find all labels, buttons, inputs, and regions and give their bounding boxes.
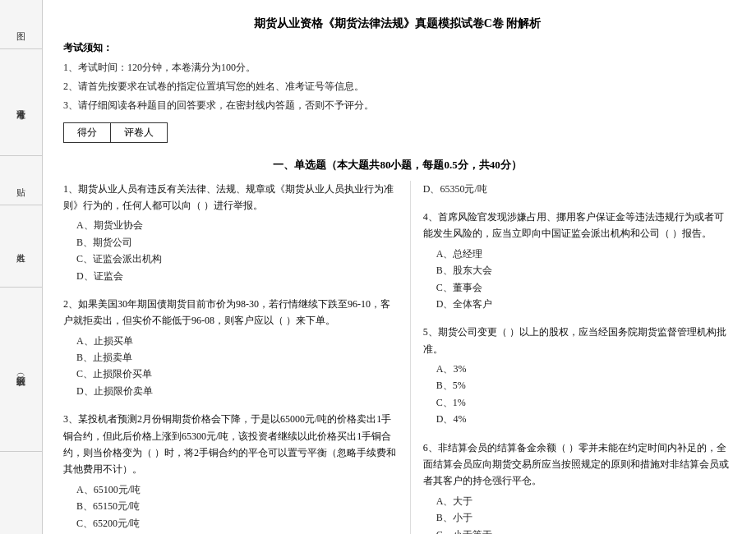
question-2-options: A、止损买单 B、止损卖单 C、止损限价买单 D、止损限价卖单 xyxy=(76,333,398,400)
q2-option-b: B、止损卖单 xyxy=(76,349,398,366)
main-content: 期货从业资格《期货法律法规》真题模拟试卷C卷 附解析 考试须知： 1、考试时间：… xyxy=(43,0,756,534)
q3-option-d: D、65350元/吨 xyxy=(423,181,731,197)
question-2-text: 2、如果美国30年期国债期货目前市价为98-30，若行情继续下跌至96-10，客… xyxy=(63,296,398,329)
q6-option-a: A、大于 xyxy=(436,493,731,509)
q5-option-b: B、5% xyxy=(436,377,731,394)
notice-item-2: 2、请首先按要求在试卷的指定位置填写您的姓名、准考证号等信息。 xyxy=(63,79,731,94)
q3-option-d-block: D、65350元/吨 xyxy=(423,181,731,197)
sidebar: 图 准考证号 贴 姓名 级别（班区） xyxy=(0,0,43,534)
q5-option-a: A、3% xyxy=(436,361,731,377)
question-4-options: A、总经理 B、股东大会 C、董事会 D、全体客户 xyxy=(436,246,731,313)
question-2: 2、如果美国30年期国债期货目前市价为98-30，若行情继续下跌至96-10，客… xyxy=(63,296,398,399)
q6-option-b: B、小于 xyxy=(436,509,731,526)
q1-option-d: D、证监会 xyxy=(76,268,398,284)
sidebar-section-icon: 图 xyxy=(0,0,42,49)
question-3: 3、某投机者预测2月份铜期货价格会下降，于是以65000元/吨的价格卖出1手铜合… xyxy=(63,411,398,532)
q2-option-a: A、止损买单 xyxy=(76,333,398,349)
question-5-text: 5、期货公司变更（ ）以上的股权，应当经国务院期货监督管理机构批准。 xyxy=(423,324,731,357)
question-3-options: A、65100元/吨 B、65150元/吨 C、65200元/吨 xyxy=(76,481,398,532)
right-column: D、65350元/吨 4、首席风险官发现涉嫌占用、挪用客户保证金等违法违规行为或… xyxy=(411,181,731,534)
q3-option-a: A、65100元/吨 xyxy=(76,481,398,498)
q1-option-c: C、证监会派出机构 xyxy=(76,251,398,267)
question-6-options: A、大于 B、小于 C、小于等于 D、大于等于 xyxy=(436,493,731,534)
question-5-options: A、3% B、5% C、1% D、4% xyxy=(436,361,731,428)
q4-option-c: C、董事会 xyxy=(436,279,731,296)
question-1: 1、期货从业人员有违反有关法律、法规、规章或《期货从业人员执业行为准则》行为的，… xyxy=(63,181,398,284)
section1-title: 一、单选题（本大题共80小题，每题0.5分，共40分） xyxy=(63,158,731,173)
score-box: 得分 评卷人 xyxy=(63,122,168,143)
q4-option-d: D、全体客户 xyxy=(436,296,731,312)
score-cell: 得分 xyxy=(64,123,111,142)
q3-option-b: B、65150元/吨 xyxy=(76,498,398,514)
questions-container: 1、期货从业人员有违反有关法律、法规、规章或《期货从业人员执业行为准则》行为的，… xyxy=(63,181,731,534)
q2-option-d: D、止损限价卖单 xyxy=(76,383,398,399)
q5-option-c: C、1% xyxy=(436,394,731,411)
q3-option-c: C、65200元/吨 xyxy=(76,515,398,532)
q6-option-c: C、小于等于 xyxy=(436,527,731,534)
question-1-text: 1、期货从业人员有违反有关法律、法规、规章或《期货从业人员执业行为准则》行为的，… xyxy=(63,181,398,214)
question-3-text: 3、某投机者预测2月份铜期货价格会下降，于是以65000元/吨的价格卖出1手铜合… xyxy=(63,411,398,478)
q1-option-b: B、期货公司 xyxy=(76,234,398,251)
question-4-text: 4、首席风险官发现涉嫌占用、挪用客户保证金等违法违规行为或者可能发生风险的，应当… xyxy=(423,209,731,242)
q4-option-a: A、总经理 xyxy=(436,246,731,262)
notice-list: 1、考试时间：120分钟，本卷满分为100分。 2、请首先按要求在试卷的指定位置… xyxy=(63,60,731,114)
q5-option-d: D、4% xyxy=(436,411,731,427)
sidebar-section-level: 级别（班区） xyxy=(0,288,42,452)
question-6-text: 6、非结算会员的结算备金余额（ ）零并未能在约定时间内补足的，全面结算会员应向期… xyxy=(423,440,731,490)
grader-cell: 评卷人 xyxy=(111,123,167,142)
sidebar-section-paste: 贴 xyxy=(0,156,42,205)
question-6: 6、非结算会员的结算备金余额（ ）零并未能在约定时间内补足的，全面结算会员应向期… xyxy=(423,440,731,534)
question-4: 4、首席风险官发现涉嫌占用、挪用客户保证金等违法违规行为或者可能发生风险的，应当… xyxy=(423,209,731,312)
left-column: 1、期货从业人员有违反有关法律、法规、规章或《期货从业人员执业行为准则》行为的，… xyxy=(63,181,411,534)
q2-option-c: C、止损限价买单 xyxy=(76,366,398,382)
notice-item-3: 3、请仔细阅读各种题目的回答要求，在密封线内答题，否则不予评分。 xyxy=(63,98,731,113)
question-5: 5、期货公司变更（ ）以上的股权，应当经国务院期货监督管理机构批准。 A、3% … xyxy=(423,324,731,427)
notice-item-1: 1、考试时间：120分钟，本卷满分为100分。 xyxy=(63,60,731,76)
sidebar-section-exam-id: 准考证号 xyxy=(0,49,42,156)
notice-heading: 考试须知： xyxy=(63,41,731,55)
sidebar-section-name: 姓名 xyxy=(0,205,42,288)
q4-option-b: B、股东大会 xyxy=(436,262,731,279)
q1-option-a: A、期货业协会 xyxy=(76,217,398,233)
question-1-options: A、期货业协会 B、期货公司 C、证监会派出机构 D、证监会 xyxy=(76,217,398,284)
page-title: 期货从业资格《期货法律法规》真题模拟试卷C卷 附解析 xyxy=(63,16,731,31)
